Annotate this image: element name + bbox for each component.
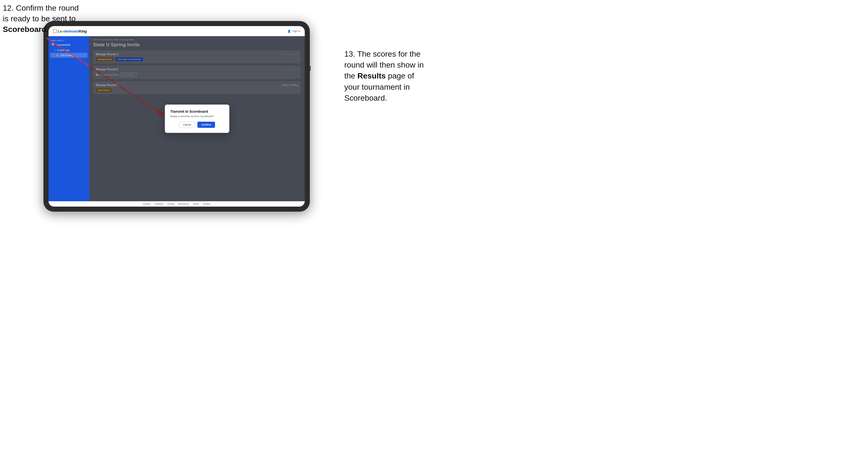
nav-right: 👤 Sign In: [287, 30, 300, 33]
sidebar-tournaments-label: Tournaments: [56, 43, 70, 46]
tablet-screen: LeaderboardKing 👤 Sign In MAIN MENU 🏆 To…: [49, 26, 305, 207]
sidebar-item-create-new[interactable]: + Create New: [49, 48, 89, 53]
modal-subtitle: Ready to send this round to Scoreboard?: [170, 115, 224, 118]
footer-privacy-link[interactable]: Privacy: [203, 203, 210, 205]
edit-existing-label: Edit Existing: [60, 54, 73, 57]
user-icon: 👤: [287, 30, 291, 33]
sidebar-item-edit-existing[interactable]: ✏️ Edit Existing: [50, 53, 88, 58]
top-nav: LeaderboardKing 👤 Sign In: [49, 26, 305, 36]
trophy-icon: 🏆: [51, 43, 54, 46]
annotation-top: 12. Confirm the round is ready to be sen…: [3, 3, 79, 34]
annotation-right: 13. The scores for the round will then s…: [344, 49, 431, 103]
footer-resources-link[interactable]: Resources: [178, 203, 189, 205]
modal-overlay: Transmit to Scoreboard Ready to send thi…: [89, 36, 305, 201]
footer-features-link[interactable]: Features: [155, 203, 164, 205]
transmit-modal: Transmit to Scoreboard Ready to send thi…: [165, 104, 229, 133]
modal-actions: Cancel Confirm: [170, 122, 224, 128]
footer-product-link[interactable]: Product: [143, 203, 151, 205]
annotation-line3: Scoreboard.: [3, 25, 49, 34]
confirm-button[interactable]: Confirm: [197, 122, 215, 128]
footer-terms-link[interactable]: Terms: [193, 203, 199, 205]
main-content: MAIN MENU 🏆 Tournaments + Create New ✏️ …: [49, 36, 305, 201]
sign-in-button[interactable]: Sign In: [292, 30, 300, 33]
annotation-right-text: 13. The scores for the round will then s…: [344, 50, 424, 102]
page-content: Home / Tournaments / State U Spring Invi…: [89, 36, 305, 201]
sidebar: MAIN MENU 🏆 Tournaments + Create New ✏️ …: [49, 36, 89, 201]
create-new-label: Create New: [57, 49, 69, 52]
edit-icon: ✏️: [56, 54, 59, 57]
tablet-device: LeaderboardKing 👤 Sign In MAIN MENU 🏆 To…: [43, 21, 310, 212]
footer: Product Features Pricing Resources Terms…: [49, 201, 305, 207]
cancel-button[interactable]: Cancel: [179, 122, 195, 128]
power-button: [310, 66, 311, 71]
plus-icon: +: [54, 49, 56, 52]
main-menu-label: MAIN MENU: [49, 38, 89, 42]
modal-title: Transmit to Scoreboard: [170, 110, 224, 114]
annotation-line2: is ready to be sent to: [3, 14, 76, 23]
sidebar-item-tournaments[interactable]: 🏆 Tournaments: [49, 42, 89, 48]
annotation-line1: 12. Confirm the round: [3, 4, 79, 12]
footer-pricing-link[interactable]: Pricing: [167, 203, 174, 205]
